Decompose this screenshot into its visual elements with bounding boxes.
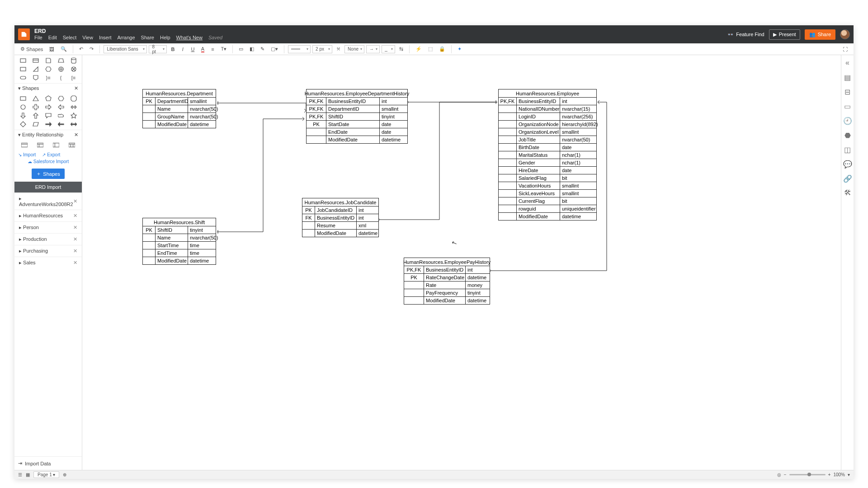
dataset-production[interactable]: ▸ Production✕: [14, 233, 82, 245]
shape-trap[interactable]: [55, 57, 66, 64]
shape-hex2[interactable]: [55, 95, 66, 102]
table-row[interactable]: LoginID nvarchar(256): [499, 113, 596, 120]
chat-icon[interactable]: ⊟: [844, 88, 852, 96]
table-row[interactable]: CurrentFlag bit: [499, 197, 596, 205]
table-row[interactable]: PK DepartmentID smallint: [143, 98, 216, 105]
feature-find[interactable]: 👓 Feature Find: [727, 32, 764, 38]
table-row[interactable]: MaritalStatus nchar(1): [499, 151, 596, 159]
table-row[interactable]: EndDate date: [307, 128, 407, 136]
menu-file[interactable]: File: [34, 35, 42, 41]
close-icon[interactable]: ✕: [73, 225, 77, 230]
shape-rect[interactable]: [17, 95, 28, 102]
shape-star[interactable]: [68, 112, 79, 119]
section-shapes[interactable]: ▾ Shapes ✕: [14, 83, 82, 93]
shape-cyl[interactable]: [68, 57, 79, 64]
lock-icon[interactable]: 🔒: [437, 45, 448, 54]
border-button[interactable]: ◧: [247, 45, 256, 54]
shape-note[interactable]: [≡: [68, 74, 79, 81]
erd-table-payhistory[interactable]: HumanResources.EmployeePayHistory PK,FK …: [404, 258, 490, 305]
line-style-combo[interactable]: [288, 45, 311, 53]
table-row[interactable]: ModifiedDate datetime: [143, 257, 216, 264]
shape-arr-u[interactable]: [30, 112, 41, 119]
menu-help[interactable]: Help: [160, 35, 170, 41]
shape-card[interactable]: [30, 57, 41, 64]
dataset-purchasing[interactable]: ▸ Purchasing✕: [14, 245, 82, 257]
text-color-button[interactable]: A: [198, 45, 207, 54]
image-icon[interactable]: 🖼: [47, 45, 57, 54]
line-hop-combo[interactable]: ⎯: [382, 45, 395, 53]
cube-icon[interactable]: ⬣: [844, 131, 852, 139]
shape-arrow-thin-bi[interactable]: [68, 121, 79, 128]
search-icon[interactable]: 🔍: [58, 45, 69, 54]
table-row[interactable]: ModifiedDate datetime: [302, 229, 378, 237]
shape-cloud[interactable]: [55, 112, 66, 119]
shape-arr-r[interactable]: [42, 103, 54, 111]
table-row[interactable]: Name nvarchar(50): [143, 234, 216, 241]
underline-button[interactable]: U: [189, 45, 197, 54]
section-er[interactable]: ▾ Entity Relationship ✕: [14, 130, 82, 140]
action-icon[interactable]: ⚡: [413, 45, 424, 54]
er-shape-3[interactable]: [49, 141, 63, 149]
add-page-icon[interactable]: ⊕: [63, 472, 66, 477]
table-row[interactable]: Rate money: [404, 281, 490, 289]
shape-brace[interactable]: {: [55, 74, 66, 81]
user-avatar[interactable]: [840, 29, 850, 39]
er-shape-1[interactable]: [17, 141, 32, 149]
undo-button[interactable]: ↶: [77, 45, 85, 54]
arrow-end-combo[interactable]: →: [366, 45, 380, 53]
layer-icon[interactable]: ⬚: [426, 45, 435, 54]
table-row[interactable]: BirthDate date: [499, 143, 596, 151]
erd-table-jobcandidate[interactable]: HumanResources.JobCandidate PK JobCandid…: [302, 198, 379, 237]
shape-arrow-thin-r[interactable]: [42, 121, 54, 128]
arrow-start-combo[interactable]: None: [344, 45, 364, 53]
menu-insert[interactable]: Insert: [99, 35, 112, 41]
font-combo[interactable]: Liberation Sans: [104, 45, 147, 53]
close-icon[interactable]: ✕: [74, 132, 78, 138]
grid-icon[interactable]: ▦: [26, 472, 30, 477]
text-style-button[interactable]: T▾: [218, 45, 229, 54]
erd-table-employee[interactable]: HumanResources.Employee PK,FK BusinessEn…: [498, 89, 597, 221]
fullscreen-icon[interactable]: ⛶: [840, 45, 850, 54]
fontsize-combo[interactable]: 8 pt: [149, 45, 167, 53]
table-row[interactable]: rowguid uniqueidentifier: [499, 205, 596, 212]
doc-title[interactable]: ERD: [34, 28, 222, 34]
page-icon[interactable]: ▤: [844, 73, 852, 81]
erd-table-edh[interactable]: HumanResources.EmployeeDepartmentHistory…: [306, 89, 408, 144]
table-row[interactable]: Gender nchar(1): [499, 159, 596, 166]
accessibility-icon[interactable]: ◎: [777, 472, 781, 477]
align-button[interactable]: ≡: [208, 45, 217, 54]
close-icon[interactable]: ✕: [73, 260, 77, 266]
outline-icon[interactable]: ☰: [18, 472, 22, 477]
swap-ends-button[interactable]: ⇆: [397, 45, 406, 54]
shape-diamond2[interactable]: [17, 121, 28, 128]
erd-table-shift[interactable]: HumanResources.Shift PK ShiftID tinyint …: [142, 218, 216, 265]
import-link[interactable]: ↘ Import: [18, 152, 36, 157]
table-row[interactable]: ModifiedDate datetime: [307, 136, 407, 143]
close-icon[interactable]: ✕: [73, 248, 77, 254]
shape-bracket[interactable]: }≡: [42, 74, 54, 81]
table-row[interactable]: GroupName nvarchar(50): [143, 113, 216, 120]
shape-parallelogram[interactable]: [30, 121, 41, 128]
close-icon[interactable]: ✕: [73, 213, 77, 219]
shape-callout[interactable]: [42, 112, 54, 119]
erd-import-tab[interactable]: ERD Import: [14, 182, 82, 192]
shape-arrow-thin-l[interactable]: [55, 121, 66, 128]
comment-icon[interactable]: 💬: [844, 160, 852, 168]
shape-x[interactable]: [68, 66, 79, 73]
erd-table-department[interactable]: HumanResources.Department PK DepartmentI…: [142, 89, 216, 128]
fill-button[interactable]: ▭: [236, 45, 245, 54]
menu-edit[interactable]: Edit: [48, 35, 57, 41]
shape-pent[interactable]: [42, 95, 54, 102]
shape-pill[interactable]: [17, 74, 28, 81]
shape-tri2[interactable]: [30, 95, 41, 102]
zoom-slider[interactable]: [789, 474, 826, 475]
table-row[interactable]: PK,FK DepartmentID smallint: [307, 105, 407, 113]
tools-icon[interactable]: 🛠: [844, 189, 852, 197]
redo-button[interactable]: ↷: [87, 45, 96, 54]
table-row[interactable]: ModifiedDate datetime: [143, 120, 216, 128]
table-row[interactable]: NationalIDNumber nvarchar(15): [499, 105, 596, 113]
page-tab[interactable]: Page 1 ▾: [33, 471, 59, 478]
shape-box2[interactable]: [17, 66, 28, 73]
shape-circle[interactable]: [17, 103, 28, 111]
zoom-out-button[interactable]: −: [784, 472, 787, 477]
